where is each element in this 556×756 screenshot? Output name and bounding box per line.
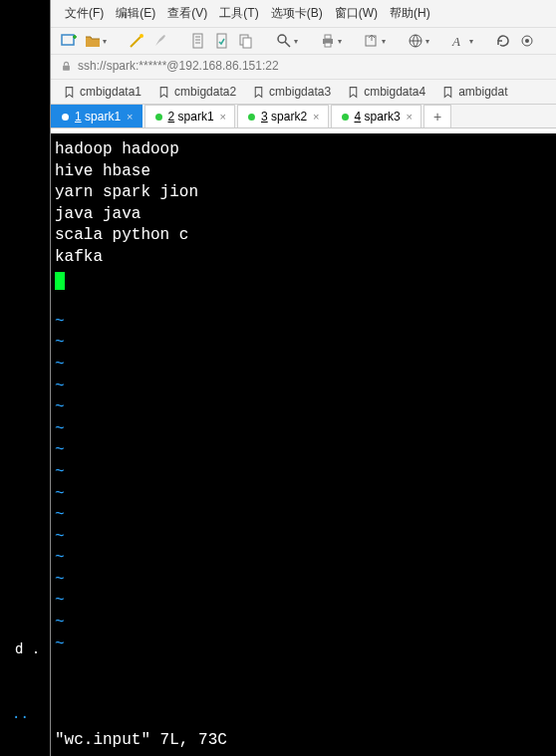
cursor-icon bbox=[55, 272, 65, 290]
svg-rect-19 bbox=[63, 65, 70, 70]
status-dot-icon bbox=[342, 114, 349, 121]
globe-icon[interactable] bbox=[408, 33, 429, 49]
main-panel: 文件(F) 编辑(E) 查看(V) 工具(T) 选项卡(B) 窗口(W) 帮助(… bbox=[50, 0, 556, 756]
bookmark-icon bbox=[441, 86, 454, 99]
tab-label: spark1 bbox=[85, 110, 121, 124]
terminal[interactable]: hadoop hadoophive hbaseyarn spark jionja… bbox=[51, 133, 556, 756]
svg-rect-5 bbox=[243, 38, 251, 48]
copy-icon[interactable] bbox=[238, 33, 254, 49]
doc-check-icon[interactable] bbox=[214, 33, 230, 49]
bookmark-icon bbox=[157, 86, 170, 99]
add-tab-button[interactable]: + bbox=[423, 105, 451, 127]
toolbar: A bbox=[51, 28, 556, 55]
svg-point-14 bbox=[525, 39, 529, 43]
terminal-line: hive hbase bbox=[55, 161, 556, 183]
tab-label: spark1 bbox=[178, 110, 214, 124]
menu-window[interactable]: 窗口(W) bbox=[331, 3, 382, 24]
close-tab-icon[interactable]: × bbox=[313, 111, 319, 123]
session-tab[interactable]: 3 spark2 × bbox=[237, 105, 329, 127]
bookmark-label: cmbigdata2 bbox=[174, 85, 236, 99]
menu-bar: 文件(F) 编辑(E) 查看(V) 工具(T) 选项卡(B) 窗口(W) 帮助(… bbox=[51, 0, 556, 28]
bookmark-item[interactable]: ambigdat bbox=[435, 83, 513, 101]
svg-rect-3 bbox=[217, 34, 226, 48]
vim-empty-line: ~ bbox=[55, 591, 556, 613]
bookmark-icon bbox=[347, 86, 360, 99]
tab-label: spark3 bbox=[365, 110, 401, 124]
bookmark-label: cmbigdata3 bbox=[269, 85, 331, 99]
vim-empty-line: ~ bbox=[55, 505, 556, 527]
new-tab-icon[interactable] bbox=[61, 33, 77, 49]
terminal-line: kafka bbox=[55, 247, 556, 269]
menu-view[interactable]: 查看(V) bbox=[163, 3, 211, 24]
frag-dots: .. bbox=[12, 705, 29, 721]
wand-icon[interactable] bbox=[129, 33, 144, 49]
session-tab[interactable]: 1 spark1 × bbox=[51, 105, 142, 127]
status-dot-icon bbox=[155, 114, 162, 121]
terminal-line: java java bbox=[55, 204, 556, 226]
other-pane-strip: d . .. bbox=[0, 0, 50, 756]
bookmark-icon bbox=[63, 86, 76, 99]
printer-icon[interactable] bbox=[320, 33, 342, 49]
bookmark-item[interactable]: cmbigdata2 bbox=[151, 83, 242, 101]
bookmark-icon bbox=[252, 86, 265, 99]
tab-strip: 1 spark1 × 2 spark1 × 3 spark2 × 4 spark… bbox=[51, 105, 556, 128]
bookmark-label: ambigdat bbox=[458, 85, 507, 99]
tab-number: 4 bbox=[355, 110, 362, 124]
vim-empty-line: ~ bbox=[55, 440, 556, 462]
menu-edit[interactable]: 编辑(E) bbox=[112, 3, 159, 24]
open-icon[interactable] bbox=[85, 33, 107, 49]
vim-empty-line: ~ bbox=[55, 377, 556, 398]
vim-empty-line: ~ bbox=[55, 397, 556, 419]
font-icon[interactable]: A bbox=[451, 33, 473, 49]
terminal-line: hadoop hadoop bbox=[55, 139, 556, 161]
vim-empty-line: ~ bbox=[55, 634, 556, 656]
menu-tabs[interactable]: 选项卡(B) bbox=[267, 3, 327, 24]
terminal-cursor-line bbox=[55, 269, 556, 291]
bookmark-label: cmbigdata4 bbox=[364, 85, 425, 99]
export-icon[interactable] bbox=[364, 33, 386, 49]
bookmark-item[interactable]: cmbigdata3 bbox=[246, 83, 337, 101]
svg-rect-2 bbox=[193, 34, 202, 48]
vim-status-line: "wc.input" 7L, 73C bbox=[55, 730, 227, 752]
bookmark-label: cmbigdata1 bbox=[80, 85, 141, 99]
session-tab[interactable]: 2 spark1 × bbox=[144, 105, 236, 127]
bookmark-item[interactable]: cmbigdata4 bbox=[341, 83, 431, 101]
close-tab-icon[interactable]: × bbox=[407, 111, 413, 123]
search-icon[interactable] bbox=[276, 33, 298, 49]
menu-file[interactable]: 文件(F) bbox=[61, 3, 108, 24]
doc-icon[interactable] bbox=[190, 33, 206, 49]
address-text[interactable]: ssh://spark:******@192.168.86.151:22 bbox=[78, 59, 279, 73]
bookmark-item[interactable]: cmbigdata1 bbox=[57, 83, 147, 101]
svg-text:A: A bbox=[451, 34, 460, 49]
vim-empty-line: ~ bbox=[55, 419, 556, 441]
vim-empty-line: ~ bbox=[55, 312, 556, 334]
session-tab[interactable]: 4 spark3 × bbox=[331, 105, 422, 127]
vim-empty-line: ~ bbox=[55, 333, 556, 355]
frag-d: d . bbox=[15, 640, 40, 656]
bookmark-bar: cmbigdata1 cmbigdata2 cmbigdata3 cmbigda… bbox=[51, 80, 556, 105]
menu-tools[interactable]: 工具(T) bbox=[215, 3, 262, 24]
svg-point-6 bbox=[278, 35, 286, 43]
vim-empty-line: ~ bbox=[55, 355, 556, 377]
svg-point-1 bbox=[139, 34, 143, 38]
vim-empty-line: ~ bbox=[55, 462, 556, 484]
menu-help[interactable]: 帮助(H) bbox=[386, 3, 434, 24]
close-tab-icon[interactable]: × bbox=[127, 111, 133, 123]
tab-label: spark2 bbox=[271, 110, 307, 124]
vim-empty-line: ~ bbox=[55, 570, 556, 592]
tab-number: 1 bbox=[75, 110, 82, 124]
refresh-icon[interactable] bbox=[495, 33, 511, 49]
status-dot-icon bbox=[62, 114, 69, 121]
close-tab-icon[interactable]: × bbox=[220, 111, 226, 123]
brush-icon[interactable] bbox=[152, 33, 168, 49]
lock-icon bbox=[61, 61, 72, 72]
terminal-line: yarn spark jion bbox=[55, 182, 556, 204]
vim-empty-line: ~ bbox=[55, 613, 556, 634]
vim-empty-line: ~ bbox=[55, 548, 556, 570]
tab-number: 3 bbox=[261, 110, 268, 124]
svg-rect-9 bbox=[325, 43, 331, 47]
status-dot-icon bbox=[248, 114, 255, 121]
svg-rect-0 bbox=[62, 35, 74, 45]
vim-empty-line: ~ bbox=[55, 527, 556, 549]
target-icon[interactable] bbox=[519, 33, 535, 49]
